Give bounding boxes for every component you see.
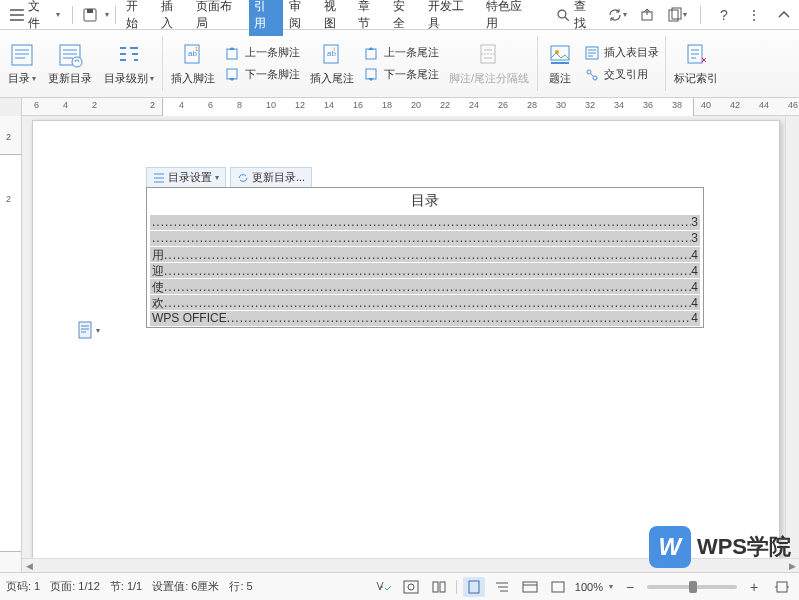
toc-field[interactable]: 目录 .....................................…: [146, 187, 704, 328]
scroll-left-icon[interactable]: ◀: [22, 559, 36, 573]
reading-layout-icon[interactable]: [428, 577, 450, 597]
collapse-ribbon-icon[interactable]: [773, 4, 795, 26]
document-area: 2 2 目录设置▾ 更新目录... 目录 ...................…: [0, 116, 799, 572]
fig-toc-icon: [584, 45, 600, 61]
caption-button[interactable]: 题注: [540, 30, 580, 97]
index-icon: [682, 41, 710, 69]
spellcheck-icon[interactable]: [372, 577, 394, 597]
save-icon[interactable]: [79, 4, 101, 26]
status-pos[interactable]: 设置值: 6厘米: [152, 579, 219, 594]
chevron-down-icon[interactable]: ▾: [609, 582, 613, 591]
svg-rect-28: [404, 581, 418, 593]
svg-point-8: [72, 57, 82, 67]
status-pageno[interactable]: 页码: 1: [6, 579, 40, 594]
insert-fig-toc-button[interactable]: 插入表目录: [584, 45, 659, 61]
wps-logo-icon: W: [649, 526, 691, 568]
footnote-nav: 上一条脚注 下一条脚注: [221, 30, 304, 97]
status-page[interactable]: 页面: 1/12: [50, 579, 100, 594]
cross-ref-button[interactable]: 交叉引用: [584, 67, 659, 83]
fullscreen-icon[interactable]: [547, 577, 569, 597]
brand-watermark: W WPS学院: [649, 526, 791, 568]
svg-point-2: [558, 10, 566, 18]
chevron-down-icon[interactable]: ▾: [105, 10, 109, 19]
file-menu[interactable]: 文件 ▾: [4, 0, 66, 34]
svg-text:i: i: [334, 46, 335, 52]
svg-rect-20: [551, 46, 569, 60]
sync-icon[interactable]: ▾: [606, 4, 628, 26]
input-method-icon[interactable]: [400, 577, 422, 597]
svg-rect-35: [777, 582, 787, 592]
toc-level-button[interactable]: 目录级别▾: [98, 30, 160, 97]
separator: [700, 6, 701, 24]
titlebar-right: ▾ ▾ ? ⋮: [606, 4, 795, 26]
toc-entry[interactable]: 欢.......................................…: [150, 295, 700, 310]
page[interactable]: 目录设置▾ 更新目录... 目录 .......................…: [32, 120, 780, 572]
separator: [456, 580, 457, 594]
separator: [115, 6, 116, 24]
status-row[interactable]: 行: 5: [229, 579, 252, 594]
export-icon[interactable]: ▾: [666, 4, 688, 26]
svg-rect-33: [523, 582, 537, 592]
toc-button[interactable]: 目录▾: [2, 30, 42, 97]
zoom-slider[interactable]: [647, 585, 737, 589]
separator: [665, 36, 666, 91]
ruler-corner: [0, 98, 22, 116]
note-separator-button[interactable]: 脚注/尾注分隔线: [443, 30, 535, 97]
more-icon[interactable]: ⋮: [743, 4, 765, 26]
update-toc-button[interactable]: 更新目录: [42, 30, 98, 97]
paragraph-indicator-icon[interactable]: ▾: [78, 321, 100, 339]
toc-settings-button[interactable]: 目录设置▾: [146, 167, 226, 188]
hamburger-icon: [10, 9, 24, 21]
svg-rect-34: [552, 582, 564, 592]
fit-page-icon[interactable]: [771, 577, 793, 597]
print-layout-icon[interactable]: [463, 577, 485, 597]
prev-endnote-button[interactable]: 上一条尾注: [364, 45, 439, 61]
svg-rect-17: [366, 49, 376, 59]
toc-update-button[interactable]: 更新目录...: [230, 167, 312, 188]
ruler-scale: 6422468101214161820222426283032343638404…: [22, 98, 799, 116]
insert-endnote-button[interactable]: abi 插入尾注: [304, 30, 360, 97]
update-toc-icon: [56, 41, 84, 69]
toc-floating-toolbar: 目录设置▾ 更新目录...: [146, 167, 312, 188]
next-endnote-button[interactable]: 下一条尾注: [364, 67, 439, 83]
zoom-out-button[interactable]: −: [619, 577, 641, 597]
share-icon[interactable]: [636, 4, 658, 26]
svg-point-29: [408, 584, 414, 590]
toc-icon: [8, 41, 36, 69]
svg-text:1: 1: [195, 46, 199, 52]
toc-title: 目录: [147, 188, 703, 214]
mark-entry-button[interactable]: 标记索引: [668, 30, 724, 97]
toc-entry[interactable]: ........................................…: [150, 231, 700, 246]
help-icon[interactable]: ?: [713, 4, 735, 26]
insert-footnote-button[interactable]: ab1 插入脚注: [165, 30, 221, 97]
zoom-label[interactable]: 100%: [575, 581, 603, 593]
prev-endnote-icon: [364, 45, 380, 61]
separator-icon: [475, 41, 503, 69]
horizontal-ruler[interactable]: 6422468101214161820222426283032343638404…: [0, 98, 799, 116]
endnote-nav: 上一条尾注 下一条尾注: [360, 30, 443, 97]
separator: [162, 36, 163, 91]
zoom-in-button[interactable]: +: [743, 577, 765, 597]
vertical-scrollbar[interactable]: [785, 116, 799, 558]
outline-view-icon[interactable]: [491, 577, 513, 597]
toc-entry[interactable]: WPS OFFICE..............................…: [150, 311, 700, 326]
file-label: 文件: [28, 0, 52, 32]
svg-rect-1: [87, 9, 93, 13]
toc-entry[interactable]: 使.......................................…: [150, 279, 700, 294]
toc-entry[interactable]: 迎.......................................…: [150, 263, 700, 278]
caption-tools: 插入表目录 交叉引用: [580, 30, 663, 97]
prev-footnote-button[interactable]: 上一条脚注: [225, 45, 300, 61]
web-layout-icon[interactable]: [519, 577, 541, 597]
search-button[interactable]: 查找: [550, 0, 604, 34]
zoom-thumb[interactable]: [689, 581, 697, 593]
svg-point-24: [587, 70, 591, 74]
toc-entry[interactable]: ........................................…: [150, 215, 700, 230]
toc-entry[interactable]: 用.......................................…: [150, 247, 700, 262]
svg-rect-30: [433, 582, 438, 592]
next-footnote-button[interactable]: 下一条脚注: [225, 67, 300, 83]
ribbon: 目录▾ 更新目录 目录级别▾ ab1 插入脚注 上一条脚注 下一条脚注 abi …: [0, 30, 799, 98]
status-section[interactable]: 节: 1/1: [110, 579, 142, 594]
status-bar: 页码: 1 页面: 1/12 节: 1/1 设置值: 6厘米 行: 5 100%…: [0, 572, 799, 600]
page-viewport[interactable]: 目录设置▾ 更新目录... 目录 .......................…: [22, 116, 799, 572]
vertical-ruler[interactable]: 2 2: [0, 116, 22, 572]
